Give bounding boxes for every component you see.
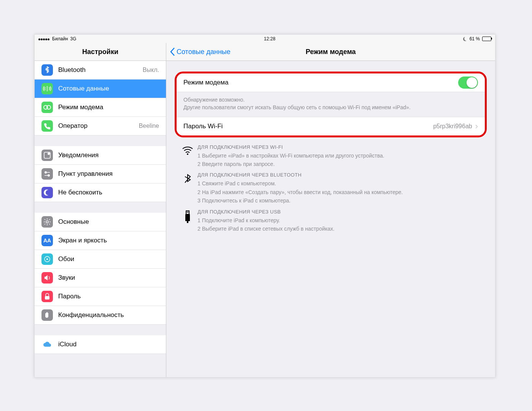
- sidebar-label: Оператор: [58, 122, 139, 130]
- hand-icon: [41, 309, 53, 321]
- usb-instructions: ДЛЯ ПОДКЛЮЧЕНИЯ ЧЕРЕЗ USB 1 Подключите i…: [178, 209, 484, 233]
- svg-rect-15: [187, 221, 188, 223]
- clock: 12:28: [264, 36, 276, 41]
- sidebar-label: Режим модема: [58, 104, 159, 111]
- carrier-label: Билайн: [52, 36, 68, 41]
- svg-rect-11: [186, 211, 189, 214]
- sidebar-label: Пункт управления: [58, 170, 159, 178]
- bluetooth-icon: [178, 172, 198, 205]
- wifi-password-label: Пароль Wi-Fi: [183, 123, 433, 130]
- svg-point-3: [48, 153, 50, 155]
- phone-icon: [41, 120, 53, 132]
- instr-line: 1 Выберите «iPad» в настройках Wi-Fi ком…: [198, 151, 484, 160]
- sidebar-item-control-center[interactable]: Пункт управления: [35, 165, 166, 183]
- lock-icon: [41, 291, 53, 302]
- instr-line: 1 Подключите iPad к компьютеру.: [198, 216, 484, 225]
- usb-icon: [178, 209, 198, 233]
- instr-title: ДЛЯ ПОДКЛЮЧЕНИЯ ЧЕРЕЗ USB: [198, 209, 484, 215]
- sidebar-item-display[interactable]: AA Экран и яркость: [35, 231, 166, 250]
- sidebar-item-general[interactable]: Основные: [35, 213, 166, 231]
- sidebar-label: Сотовые данные: [58, 85, 159, 92]
- instr-line: 2 Выберите iPad в списке сетевых служб в…: [198, 225, 484, 233]
- instr-line: 2 Введите пароль при запросе.: [198, 160, 484, 168]
- sidebar-item-bluetooth[interactable]: Bluetooth Выкл.: [35, 61, 166, 80]
- wifi-password-row[interactable]: Пароль Wi-Fi p5rp3kri996ab ›: [177, 117, 485, 135]
- sidebar-label: Уведомления: [58, 151, 159, 159]
- wifi-password-value: p5rp3kri996ab: [433, 123, 472, 130]
- sidebar-label: Звуки: [58, 274, 159, 282]
- svg-point-5: [48, 174, 50, 177]
- control-center-icon: [41, 168, 53, 180]
- sidebar-label: Bluetooth: [58, 66, 143, 74]
- sidebar-item-cellular[interactable]: Сотовые данные: [35, 80, 166, 98]
- settings-sidebar: Настройки Bluetooth Выкл. Сотовые данные: [35, 43, 166, 377]
- sidebar-label: Основные: [58, 218, 159, 226]
- do-not-disturb-icon: [463, 37, 467, 41]
- svg-rect-12: [187, 212, 188, 213]
- chevron-right-icon: ›: [475, 121, 478, 131]
- svg-rect-13: [188, 212, 189, 213]
- sidebar-item-carrier[interactable]: Оператор Beeline: [35, 117, 166, 135]
- sidebar-title: Настройки: [35, 43, 166, 61]
- gear-icon: [41, 216, 53, 228]
- svg-point-10: [187, 153, 188, 155]
- hotspot-toggle-row[interactable]: Режим модема: [177, 73, 485, 92]
- wifi-icon: [178, 144, 198, 169]
- sidebar-label: Не беспокоить: [58, 189, 159, 196]
- svg-rect-14: [185, 214, 190, 221]
- instr-line: 2 На iPad нажмите «Создать пару», чтобы …: [198, 188, 484, 196]
- back-label: Сотовые данные: [177, 48, 231, 56]
- cloud-icon: [41, 339, 53, 350]
- speaker-icon: [41, 272, 53, 284]
- sidebar-item-hotspot[interactable]: Режим модема: [35, 98, 166, 117]
- cellular-icon: [41, 83, 53, 94]
- instr-line: 3 Подключитесь к iPad с компьютера.: [198, 196, 484, 205]
- hotspot-label: Режим модема: [183, 79, 458, 86]
- sidebar-item-privacy[interactable]: Конфиденциальность: [35, 306, 166, 325]
- sidebar-item-wallpaper[interactable]: Обои: [35, 250, 166, 269]
- bluetooth-instructions: ДЛЯ ПОДКЛЮЧЕНИЯ ЧЕРЕЗ BLUETOOTH 1 Свяжит…: [178, 172, 484, 205]
- sidebar-item-passcode[interactable]: Пароль: [35, 287, 166, 306]
- moon-icon: [41, 187, 53, 198]
- sidebar-value: Выкл.: [143, 67, 159, 73]
- highlighted-section: Режим модема Обнаружение возможно. Други…: [175, 72, 487, 137]
- sidebar-label: Пароль: [58, 293, 159, 300]
- note-line: Другие пользователи смогут искать Вашу о…: [183, 104, 478, 111]
- wifi-instructions: ДЛЯ ПОДКЛЮЧЕНИЯ ЧЕРЕЗ WI-FI 1 Выберите «…: [178, 144, 484, 169]
- hotspot-icon: [41, 102, 53, 113]
- sidebar-item-sounds[interactable]: Звуки: [35, 269, 166, 287]
- svg-point-4: [45, 171, 47, 174]
- display-icon: AA: [41, 235, 53, 246]
- wallpaper-icon: [41, 253, 53, 265]
- sidebar-value: Beeline: [139, 123, 159, 129]
- hotspot-toggle[interactable]: [458, 76, 478, 89]
- back-button[interactable]: Сотовые данные: [170, 48, 231, 56]
- svg-point-8: [46, 258, 48, 260]
- note-line: Обнаружение возможно.: [183, 96, 478, 104]
- sidebar-item-icloud[interactable]: iCloud: [35, 335, 166, 354]
- sidebar-label: Экран и яркость: [58, 237, 159, 244]
- sidebar-label: iCloud: [58, 341, 159, 348]
- instr-line: 1 Свяжите iPad с компьютером.: [198, 179, 484, 188]
- svg-rect-9: [45, 296, 49, 299]
- sidebar-label: Конфиденциальность: [58, 311, 159, 319]
- svg-point-6: [46, 221, 48, 223]
- sidebar-item-dnd[interactable]: Не беспокоить: [35, 183, 166, 202]
- bluetooth-icon: [41, 64, 53, 76]
- battery-icon: [482, 37, 491, 41]
- status-bar: Билайн 3G 12:28 61 %: [35, 35, 495, 43]
- hotspot-footnote: Обнаружение возможно. Другие пользовател…: [177, 92, 485, 117]
- battery-pct: 61 %: [470, 36, 480, 41]
- notifications-icon: [41, 150, 53, 161]
- signal-dots-icon: [38, 36, 50, 41]
- sidebar-label: Обои: [58, 255, 159, 263]
- sidebar-item-notifications[interactable]: Уведомления: [35, 146, 166, 165]
- network-label: 3G: [70, 36, 76, 41]
- instr-title: ДЛЯ ПОДКЛЮЧЕНИЯ ЧЕРЕЗ WI-FI: [198, 144, 484, 150]
- content-pane: Сотовые данные Режим модема Режим модема…: [166, 43, 495, 377]
- instr-title: ДЛЯ ПОДКЛЮЧЕНИЯ ЧЕРЕЗ BLUETOOTH: [198, 172, 484, 178]
